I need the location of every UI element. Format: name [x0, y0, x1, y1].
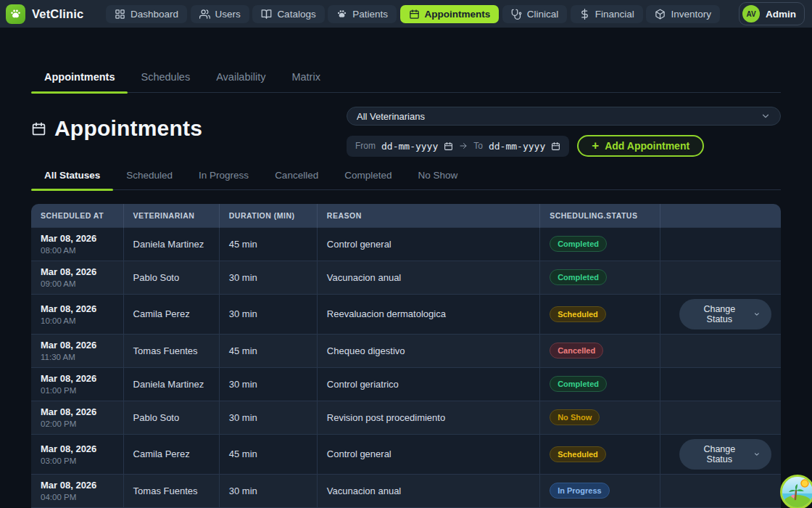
- veterinarian-cell: Tomas Fuentes: [123, 334, 219, 367]
- chevron-down-icon: [761, 111, 771, 121]
- reason-cell: Vacunacion anual: [317, 474, 539, 507]
- to-label: To: [473, 141, 483, 151]
- tab-matrix[interactable]: Matrix: [278, 64, 333, 92]
- scheduled-time: 04:00 PM: [41, 493, 114, 501]
- status-badge: In Progress: [550, 483, 610, 499]
- tab-appointments[interactable]: Appointments: [31, 64, 128, 92]
- calendar-icon: [409, 9, 420, 20]
- col-scheduled-at: SCHEDULED AT: [31, 204, 123, 227]
- status-badge: Scheduled: [550, 446, 606, 462]
- status-tab-all[interactable]: All Statuses: [31, 163, 113, 189]
- scheduled-time: 10:00 AM: [41, 316, 114, 325]
- table-body: Mar 08, 2026 08:00 AM Daniela Martinez 4…: [31, 227, 781, 508]
- nav-item-catalogs[interactable]: Catalogs: [252, 5, 324, 23]
- reason-cell: Chequeo digestivo: [317, 334, 539, 367]
- package-icon: [655, 9, 666, 20]
- calendar-picker-icon[interactable]: [444, 142, 453, 151]
- calendar-picker-icon[interactable]: [551, 142, 560, 151]
- brand[interactable]: VetClinic: [6, 4, 97, 24]
- grid-icon: [115, 9, 125, 20]
- arrow-right-icon: [459, 142, 468, 150]
- status-badge: No Show: [550, 409, 600, 425]
- scheduled-date: Mar 08, 2026: [41, 480, 114, 491]
- status-badge: Cancelled: [550, 343, 603, 359]
- scheduled-date: Mar 08, 2026: [41, 406, 114, 417]
- veterinarian-cell: Tomas Fuentes: [123, 474, 219, 507]
- chevron-down-icon: [753, 311, 761, 318]
- table-row: Mar 08, 2026 02:00 PM Pablo Soto 30 min …: [31, 401, 781, 434]
- change-status-button[interactable]: Change Status: [679, 439, 771, 470]
- admin-menu[interactable]: AV Admin: [739, 2, 805, 25]
- duration-cell: 30 min: [219, 367, 317, 401]
- reason-cell: Control general: [317, 434, 539, 474]
- col-actions: [660, 204, 781, 227]
- duration-cell: 45 min: [219, 227, 317, 261]
- veterinarian-cell: Camila Perez: [123, 294, 219, 334]
- status-badge: Scheduled: [550, 306, 606, 322]
- status-filter-tabs: All Statuses Scheduled In Progress Cance…: [31, 163, 781, 190]
- dollar-icon: [579, 9, 590, 20]
- reason-cell: Control general: [317, 227, 539, 261]
- scheduled-date: Mar 08, 2026: [41, 340, 114, 351]
- veterinarian-cell: Pablo Soto: [123, 261, 219, 294]
- appointments-table: SCHEDULED AT VETERINARIAN DURATION (MIN)…: [31, 204, 781, 508]
- table-row: Mar 08, 2026 09:00 AM Pablo Soto 30 min …: [31, 261, 781, 294]
- status-tab-completed[interactable]: Completed: [331, 163, 405, 189]
- add-appointment-button[interactable]: + Add Appointment: [577, 135, 704, 157]
- nav-item-financial[interactable]: Financial: [571, 5, 643, 23]
- table-row: Mar 08, 2026 08:00 AM Daniela Martinez 4…: [31, 227, 781, 261]
- nav-item-dashboard[interactable]: Dashboard: [106, 5, 187, 23]
- avatar: AV: [742, 5, 760, 22]
- top-navbar: VetClinic Dashboard Users Catalogs Patie…: [0, 0, 812, 28]
- nav-item-appointments[interactable]: Appointments: [400, 5, 500, 23]
- chevron-down-icon: [753, 451, 761, 458]
- duration-cell: 30 min: [219, 294, 317, 334]
- brand-name: VetClinic: [32, 7, 84, 21]
- scheduled-time: 01:00 PM: [41, 386, 114, 395]
- duration-cell: 45 min: [219, 334, 317, 367]
- tab-availability[interactable]: Availability: [203, 64, 278, 92]
- scheduled-date: Mar 08, 2026: [41, 303, 114, 314]
- duration-cell: 45 min: [219, 434, 317, 474]
- scheduled-time: 11:30 AM: [41, 353, 114, 361]
- status-tab-no-show[interactable]: No Show: [405, 163, 471, 189]
- nav-item-inventory[interactable]: Inventory: [646, 5, 720, 23]
- status-tab-cancelled[interactable]: Cancelled: [262, 163, 331, 189]
- col-veterinarian: VETERINARIAN: [123, 204, 219, 227]
- table-header-row: SCHEDULED AT VETERINARIAN DURATION (MIN)…: [31, 204, 781, 227]
- to-date-input[interactable]: dd-mm-yyyy: [489, 141, 545, 152]
- reason-cell: Reevaluacion dermatologica: [317, 294, 539, 334]
- col-duration: DURATION (MIN): [219, 204, 317, 227]
- date-range-group: From dd-mm-yyyy To dd-mm-yyyy: [347, 136, 569, 157]
- nav-item-clinical[interactable]: Clinical: [502, 5, 568, 23]
- nav-item-users[interactable]: Users: [191, 5, 249, 23]
- status-badge: Completed: [550, 236, 607, 252]
- reason-cell: Vacunacion anual: [317, 261, 539, 294]
- reason-cell: Control geriatrico: [317, 367, 539, 401]
- scheduled-time: 02:00 PM: [41, 419, 114, 428]
- veterinarian-select[interactable]: All Veterinarians: [347, 107, 781, 126]
- scheduled-time: 03:00 PM: [41, 456, 114, 465]
- book-icon: [261, 9, 272, 20]
- veterinarian-cell: Daniela Martinez: [123, 227, 219, 261]
- change-status-button[interactable]: Change Status: [679, 299, 771, 329]
- scheduled-date: Mar 08, 2026: [41, 266, 114, 277]
- duration-cell: 30 min: [219, 401, 317, 434]
- from-date-input[interactable]: dd-mm-yyyy: [381, 141, 438, 152]
- from-label: From: [355, 141, 376, 151]
- scheduled-time: 08:00 AM: [41, 246, 114, 255]
- nav-items: Dashboard Users Catalogs Patients Appoin…: [100, 5, 736, 23]
- status-badge: Completed: [550, 269, 607, 285]
- scheduled-time: 09:00 AM: [41, 279, 114, 288]
- status-tab-scheduled[interactable]: Scheduled: [113, 163, 186, 189]
- tropical-island-badge[interactable]: [780, 475, 812, 508]
- nav-item-patients[interactable]: Patients: [328, 5, 397, 23]
- table-row: Mar 08, 2026 03:00 PM Camila Perez 45 mi…: [31, 434, 781, 474]
- table-row: Mar 08, 2026 01:00 PM Daniela Martinez 3…: [31, 367, 781, 401]
- col-reason: REASON: [317, 204, 539, 227]
- scheduled-date: Mar 08, 2026: [41, 443, 114, 454]
- paw-icon: [336, 9, 347, 20]
- table-row: Mar 08, 2026 04:00 PM Tomas Fuentes 30 m…: [31, 474, 781, 507]
- tab-schedules[interactable]: Schedules: [128, 64, 203, 92]
- status-tab-in-progress[interactable]: In Progress: [186, 163, 262, 189]
